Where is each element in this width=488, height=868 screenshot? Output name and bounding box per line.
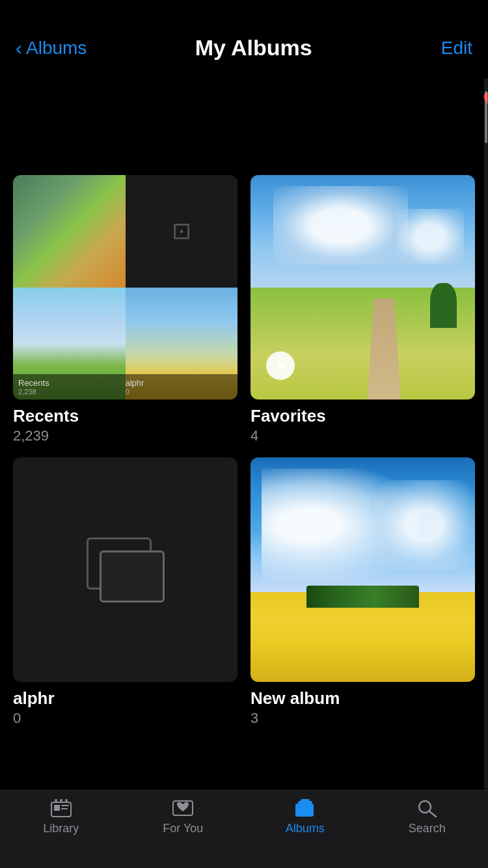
back-button[interactable]: ‹ Albums (16, 37, 87, 59)
album-item-recents[interactable]: ⊡ Recents 2,238 alphr 0 Re (13, 175, 237, 444)
tab-search-label: Search (409, 822, 446, 835)
albums-icon (294, 798, 316, 818)
album-name-alphr: alphr (13, 688, 237, 709)
alphr-label-name: alphr (126, 378, 233, 388)
recents-label-group: Recents 2,238 (18, 378, 126, 396)
recents-cell-2: ⊡ (126, 175, 238, 288)
tab-library[interactable]: Library (0, 798, 122, 835)
album-thumbnail-new-album (251, 457, 475, 682)
album-stack-icon (87, 537, 165, 603)
alphr-label-group: alphr 0 (126, 378, 233, 396)
recents-cell-1 (13, 175, 126, 288)
tree-line (306, 586, 419, 608)
navigation-header: ‹ Albums My Albums Edit (0, 0, 488, 71)
album-thumbnail-alphr (13, 457, 237, 682)
album-thumbnail-favorites: ♥ (251, 175, 475, 400)
album-thumbnail-recents: ⊡ Recents 2,238 alphr 0 (13, 175, 237, 400)
album-count-recents: 2,239 (13, 427, 237, 444)
svg-line-14 (429, 811, 436, 817)
tab-for-you[interactable]: For You (122, 798, 245, 835)
stack-front-layer (100, 550, 165, 603)
svg-rect-12 (301, 799, 310, 802)
library-icon (50, 798, 72, 818)
chevron-left-icon: ‹ (16, 37, 22, 59)
edit-button[interactable]: Edit (420, 38, 472, 59)
back-label: Albums (26, 38, 87, 59)
tab-albums[interactable]: Albums (244, 798, 366, 835)
recents-overlay-labels: Recents 2,238 alphr 0 (13, 374, 237, 400)
scrollbar-thumb (485, 91, 487, 143)
new-album-photo (251, 457, 475, 682)
tab-bar: Library For You Albums Search (0, 790, 488, 868)
svg-point-7 (60, 799, 62, 802)
cloud-right (396, 209, 464, 265)
svg-point-8 (65, 799, 68, 802)
page-title: My Albums (87, 35, 420, 61)
recents-label-count: 2,238 (18, 388, 126, 396)
alphr-label-count: 0 (126, 388, 233, 396)
album-name-recents: Recents (13, 406, 237, 426)
cloud-right-2 (374, 480, 475, 570)
album-count-alphr: 0 (13, 710, 237, 727)
recents-label-name: Recents (18, 378, 126, 388)
recents-collage: ⊡ (13, 175, 237, 400)
album-item-new-album[interactable]: New album 3 (251, 457, 475, 727)
album-count-favorites: 4 (251, 427, 475, 444)
alphr-empty-thumb (13, 457, 237, 682)
svg-rect-3 (54, 805, 60, 811)
svg-point-6 (55, 799, 57, 802)
album-item-favorites[interactable]: ♥ Favorites 4 (251, 175, 475, 444)
albums-grid: ⊡ Recents 2,238 alphr 0 Re (0, 175, 488, 740)
tab-search[interactable]: Search (366, 798, 489, 835)
albums-content: ⊡ Recents 2,238 alphr 0 Re (0, 175, 488, 824)
favorites-heart-icon: ♥ (266, 351, 295, 380)
placeholder-icon: ⊡ (172, 217, 191, 245)
album-name-favorites: Favorites (251, 406, 475, 426)
tab-albums-label: Albums (286, 822, 325, 835)
tab-library-label: Library (43, 822, 79, 835)
album-count-new-album: 3 (251, 710, 475, 727)
album-name-new-album: New album (251, 688, 475, 709)
album-item-alphr[interactable]: alphr 0 (13, 457, 237, 727)
tab-for-you-label: For You (163, 822, 203, 835)
annotation-arrow-container (0, 71, 488, 175)
scrollbar[interactable] (484, 78, 488, 790)
tree (430, 283, 457, 328)
cloud-main (273, 186, 408, 265)
for-you-icon (172, 798, 194, 818)
search-icon (416, 798, 438, 818)
svg-rect-10 (295, 804, 314, 817)
